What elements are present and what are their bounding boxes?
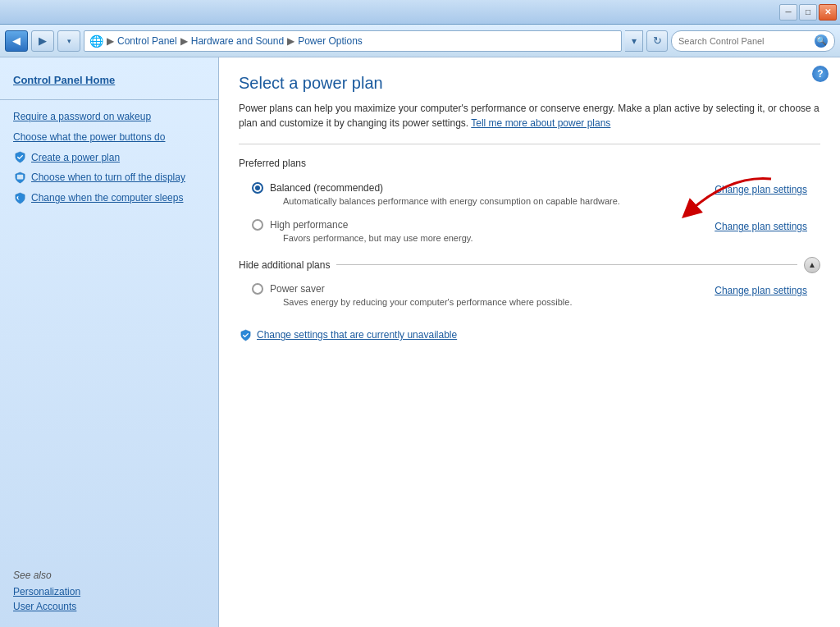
radio-dot <box>255 185 260 190</box>
sidebar-item-turn-off-display-label: Choose when to turn off the display <box>31 171 185 185</box>
sidebar-item-power-buttons[interactable]: Choose what the power buttons do <box>0 127 218 148</box>
high-performance-plan-row: High performance Favors performance, but… <box>239 216 820 248</box>
high-performance-plan-desc: Favors performance, but may use more ene… <box>283 232 714 245</box>
path-hardware-sound[interactable]: Hardware and Sound <box>191 35 284 47</box>
close-button[interactable]: ✕ <box>819 4 837 21</box>
collapse-button[interactable]: ▲ <box>804 257 820 273</box>
search-input[interactable] <box>678 36 811 46</box>
path-dropdown-arrow[interactable]: ▾ <box>625 30 643 52</box>
power-saver-change-plan-link[interactable]: Change plan settings <box>714 283 807 296</box>
shield-icon <box>13 151 26 164</box>
globe-icon: 🌐 <box>89 34 103 48</box>
search-icon[interactable]: 🔍 <box>815 34 828 48</box>
back-button[interactable]: ◀ <box>5 30 28 52</box>
power-saver-plan-name: Power saver <box>270 283 325 295</box>
power-saver-plan-row: Power saver Saves energy by reducing you… <box>239 280 820 312</box>
balanced-plan-option[interactable]: Balanced (recommended) <box>252 182 714 194</box>
svg-rect-0 <box>16 175 23 180</box>
power-saver-plan-desc: Saves energy by reducing your computer's… <box>283 296 714 309</box>
address-bar: ◀ ▶ ▾ 🌐 ▶ Control Panel ▶ Hardware and S… <box>0 25 840 57</box>
see-also-user-accounts[interactable]: User Accounts <box>13 599 205 614</box>
high-performance-radio[interactable] <box>252 219 263 231</box>
minimize-button[interactable]: ─ <box>779 4 797 21</box>
see-also-personalization[interactable]: Personalization <box>13 584 205 599</box>
power-saver-plan-option[interactable]: Power saver <box>252 283 714 295</box>
sidebar-home-link[interactable]: Control Panel Home <box>0 67 218 93</box>
balanced-plan-desc: Automatically balances performance with … <box>283 195 714 208</box>
see-also-section: See also Personalization User Accounts <box>0 560 218 617</box>
change-settings-shield-icon <box>239 328 252 341</box>
sidebar-item-create-plan-label: Create a power plan <box>31 151 120 165</box>
change-settings-row: Change settings that are currently unava… <box>239 328 820 341</box>
page-title: Select a power plan <box>239 74 820 93</box>
help-icon[interactable]: ? <box>812 66 829 82</box>
search-box: 🔍 <box>671 30 835 52</box>
shield-icon-3 <box>13 192 26 205</box>
main-area: Control Panel Home Require a password on… <box>0 57 840 627</box>
balanced-plan-row: Balanced (recommended) Automatically bal… <box>239 179 820 211</box>
preferred-plans-header: Preferred plans <box>239 158 820 169</box>
sidebar-item-require-password[interactable]: Require a password on wakeup <box>0 107 218 127</box>
tell-me-more-link[interactable]: Tell me more about power plans <box>471 117 610 129</box>
sidebar-divider <box>0 99 218 100</box>
refresh-button[interactable]: ↻ <box>646 30 668 52</box>
forward-button[interactable]: ▶ <box>31 30 54 52</box>
high-performance-plan-option[interactable]: High performance <box>252 219 714 231</box>
hide-additional-plans-header: Hide additional plans ▲ <box>239 257 820 273</box>
high-performance-change-plan-link[interactable]: Change plan settings <box>714 219 807 232</box>
content-panel: ? Select a power plan Power plans can he… <box>219 57 840 627</box>
dropdown-button[interactable]: ▾ <box>57 30 80 52</box>
hide-additional-plans-section: Hide additional plans ▲ Power saver Save… <box>239 257 820 312</box>
path-control-panel[interactable]: Control Panel <box>117 35 177 47</box>
sidebar-item-computer-sleeps-label: Change when the computer sleeps <box>31 191 183 205</box>
sidebar-item-turn-off-display[interactable]: Choose when to turn off the display <box>0 167 218 188</box>
high-performance-plan-name: High performance <box>270 219 348 231</box>
section-divider-line <box>336 264 797 265</box>
see-also-title: See also <box>13 570 205 581</box>
preferred-plans-label: Preferred plans <box>239 158 306 169</box>
maximize-button[interactable]: □ <box>799 4 817 21</box>
window-controls: ─ □ ✕ <box>779 4 837 21</box>
title-bar: ─ □ ✕ <box>0 0 840 25</box>
shield-icon-2 <box>13 172 26 185</box>
balanced-change-plan-link[interactable]: Change plan settings <box>714 182 807 195</box>
path-power-options[interactable]: Power Options <box>298 35 363 47</box>
balanced-plan-name: Balanced (recommended) <box>270 182 383 194</box>
sidebar-item-computer-sleeps[interactable]: Change when the computer sleeps <box>0 188 218 208</box>
address-path: 🌐 ▶ Control Panel ▶ Hardware and Sound ▶… <box>84 30 622 52</box>
hide-additional-plans-label: Hide additional plans <box>239 259 330 271</box>
page-description: Power plans can help you maximize your c… <box>239 101 820 130</box>
sidebar: Control Panel Home Require a password on… <box>0 57 219 627</box>
change-settings-link[interactable]: Change settings that are currently unava… <box>257 329 457 341</box>
balanced-radio[interactable] <box>252 182 263 194</box>
power-saver-radio[interactable] <box>252 283 263 295</box>
sidebar-item-create-plan[interactable]: Create a power plan <box>0 148 218 168</box>
